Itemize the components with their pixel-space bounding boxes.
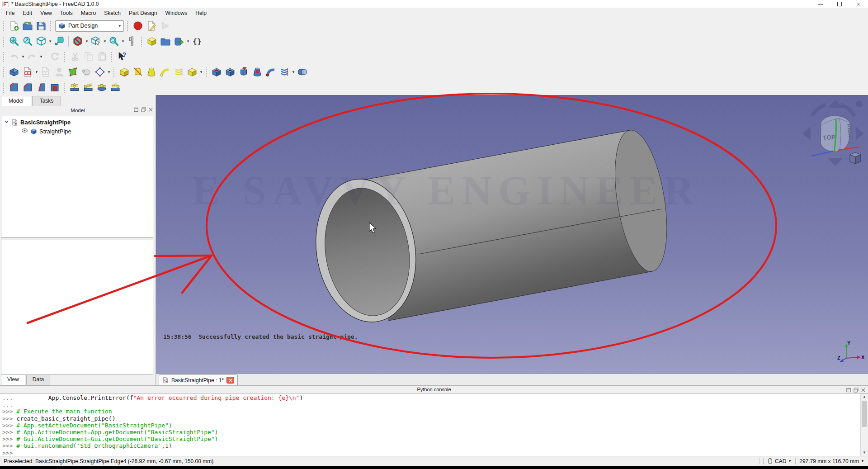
dock-close-icon[interactable]	[148, 107, 153, 113]
hole-button[interactable]	[223, 65, 237, 79]
tree-item-straightpipe[interactable]: StraightPipe	[1, 127, 153, 136]
close-button[interactable]	[849, 0, 868, 8]
multitransform-button[interactable]	[108, 81, 122, 94]
maximize-button[interactable]	[830, 0, 849, 8]
expression-button[interactable]: {}	[190, 34, 204, 48]
axonometric-view-button[interactable]	[34, 34, 48, 48]
tab-model[interactable]: Model	[1, 96, 31, 106]
nav-mini-cube-icon[interactable]	[850, 152, 861, 164]
dimension-selector[interactable]: 297.79 mm x 116.70 mm ▼	[799, 458, 864, 464]
export-button[interactable]	[172, 34, 186, 48]
minimize-button[interactable]	[811, 0, 830, 8]
sync-view-dropdown-icon[interactable]: ▾	[121, 39, 125, 43]
menu-file[interactable]: File	[2, 9, 19, 18]
new-document-button[interactable]	[7, 19, 21, 33]
chamfer-button[interactable]	[21, 81, 34, 94]
export-dropdown-icon[interactable]: ▾	[186, 39, 190, 43]
create-sketch-button[interactable]	[21, 65, 34, 79]
menu-edit[interactable]: Edit	[19, 9, 36, 18]
part-simple-copy-button[interactable]	[145, 34, 159, 48]
fit-all-button[interactable]	[7, 34, 21, 48]
selection-view-button[interactable]	[89, 34, 103, 48]
linear-pattern-button[interactable]	[81, 81, 95, 94]
create-sketch-dropdown-icon[interactable]: ▾	[34, 70, 39, 74]
undo-dropdown-icon[interactable]: ▾	[21, 54, 25, 59]
open-document-button[interactable]	[21, 19, 34, 33]
menu-windows[interactable]: Windows	[161, 9, 192, 18]
menu-tools[interactable]: Tools	[56, 9, 77, 18]
pipe-model[interactable]	[156, 95, 868, 374]
groove-button[interactable]	[237, 65, 250, 79]
model-tree[interactable]: BasicStraightPipeStraightPipe	[1, 116, 153, 238]
menu-view[interactable]: View	[36, 9, 56, 18]
console-scrollbar[interactable]: ▲ ▼	[860, 393, 868, 456]
tab-close-button[interactable]	[226, 377, 234, 384]
navigation-cube[interactable]: TOP RIGHT	[799, 97, 867, 169]
python-console-header[interactable]: Python console	[0, 385, 868, 393]
additive-primitive-dropdown-icon[interactable]: ▾	[199, 70, 203, 74]
pipe-cylinder[interactable]	[306, 127, 675, 329]
additive-pipe-button[interactable]	[158, 65, 172, 79]
fillet-button[interactable]	[7, 81, 21, 94]
cut-icon	[70, 51, 80, 62]
macro-record-button[interactable]	[131, 19, 145, 33]
tab-data[interactable]: Data	[26, 375, 50, 385]
whats-this-button[interactable]: ?	[115, 50, 129, 63]
datum-dropdown-icon[interactable]: ▾	[107, 70, 111, 74]
revolution-button[interactable]	[131, 65, 145, 79]
selection-view-dropdown-icon[interactable]: ▾	[103, 39, 107, 43]
scroll-up-icon[interactable]: ▲	[861, 393, 868, 400]
measure-button[interactable]	[125, 34, 139, 48]
nav-style-selector[interactable]: CAD ▼	[767, 458, 792, 464]
menu-part-design[interactable]: Part Design	[125, 9, 161, 18]
align-view-button[interactable]	[52, 34, 66, 48]
tab-view[interactable]: View	[1, 375, 25, 385]
draft-button[interactable]	[34, 81, 48, 94]
menu-macro[interactable]: Macro	[77, 9, 100, 18]
group-button[interactable]	[159, 34, 172, 48]
datum-button[interactable]	[93, 65, 107, 79]
menu-help[interactable]: Help	[191, 9, 211, 18]
axonometric-view-dropdown-icon[interactable]: ▾	[48, 39, 52, 43]
3d-viewport[interactable]: E SAVVY ENGINEER 15:38:56 Successfully c…	[156, 95, 868, 374]
tree-item-basicstraightpipe[interactable]: BasicStraightPipe	[1, 118, 153, 127]
dock-minimize-icon[interactable]	[134, 107, 139, 113]
sync-view-button[interactable]	[107, 34, 121, 48]
property-editor[interactable]	[1, 240, 153, 374]
thickness-button[interactable]	[48, 81, 61, 94]
shape-binder-button[interactable]	[66, 65, 80, 79]
nav-cube-body[interactable]: TOP RIGHT	[811, 116, 859, 156]
additive-loft-button[interactable]	[145, 65, 158, 79]
subtractive-helix-button[interactable]	[278, 65, 291, 79]
scroll-down-icon[interactable]: ▼	[861, 449, 868, 456]
pocket-button[interactable]	[210, 65, 223, 79]
save-button[interactable]	[34, 19, 48, 33]
polar-pattern-button[interactable]	[95, 81, 108, 94]
workbench-selector[interactable]: Part Design▾	[55, 20, 124, 32]
subtractive-pipe-button[interactable]	[264, 65, 278, 79]
workbench-cube-icon	[58, 22, 66, 29]
fit-selection-button[interactable]	[21, 34, 34, 48]
scroll-thumb[interactable]	[862, 401, 867, 427]
tab-tasks[interactable]: Tasks	[32, 96, 61, 106]
menu-sketch[interactable]: Sketch	[100, 9, 125, 18]
draw-style-button[interactable]	[71, 34, 85, 48]
subtractive-helix-dropdown-icon[interactable]: ▾	[291, 70, 296, 74]
mirrored-button[interactable]	[68, 81, 81, 94]
create-body-button[interactable]	[7, 65, 21, 79]
pad-button[interactable]	[118, 65, 131, 79]
document-tab[interactable]: BasicStraightPipe : 1*	[159, 374, 238, 385]
model-dock-header[interactable]: Model	[0, 106, 156, 115]
python-console-body[interactable]: ... App.Console.PrintError(f"An error oc…	[0, 393, 860, 456]
draw-style-dropdown-icon[interactable]: ▾	[85, 39, 89, 43]
visibility-eye-icon[interactable]	[21, 127, 28, 135]
dock-float-icon[interactable]	[141, 107, 146, 113]
additive-helix-button[interactable]	[172, 65, 185, 79]
redo-dropdown-icon[interactable]: ▾	[39, 54, 43, 59]
macro-edit-button[interactable]	[145, 19, 158, 33]
subtractive-loft-button[interactable]	[250, 65, 264, 79]
boolean-button[interactable]	[296, 65, 309, 79]
expander-icon[interactable]	[4, 119, 9, 126]
clone-button[interactable]	[80, 65, 93, 79]
additive-primitive-button[interactable]	[185, 65, 199, 79]
